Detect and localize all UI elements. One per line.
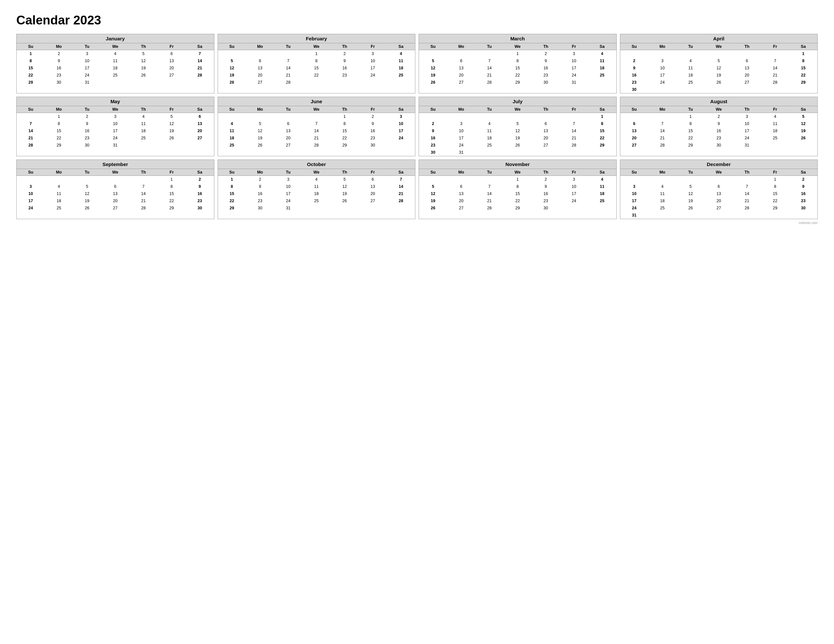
day-cell: 17 [733, 127, 761, 134]
month-january: JanuarySuMoTuWeThFrSa1234567891011121314… [16, 34, 214, 94]
day-cell: 21 [186, 65, 214, 72]
day-cell: 21 [761, 72, 789, 79]
day-cell: 27 [733, 79, 761, 86]
day-header-tu: Tu [274, 169, 303, 176]
day-cell: 1 [218, 176, 246, 183]
day-cell: 22 [331, 134, 359, 142]
day-cell: 19 [789, 127, 818, 134]
day-cell: 2 [73, 113, 101, 120]
day-cell: 11 [588, 57, 616, 65]
day-cell: 23 [73, 134, 101, 142]
day-cell: 13 [532, 127, 560, 134]
day-cell: 12 [705, 65, 733, 72]
day-cell: 28 [761, 79, 789, 86]
day-cell: 5 [246, 120, 274, 127]
day-cell: 18 [387, 65, 415, 72]
empty-cell [218, 113, 246, 120]
day-cell: 6 [705, 183, 733, 190]
day-header-mo: Mo [648, 106, 677, 113]
day-cell: 4 [475, 120, 504, 127]
empty-cell [186, 142, 214, 149]
empty-cell [504, 149, 532, 156]
empty-cell [101, 176, 130, 183]
day-cell: 1 [504, 176, 532, 183]
empty-cell [588, 149, 616, 156]
day-cell: 31 [447, 149, 476, 156]
day-cell: 21 [129, 197, 158, 205]
day-cell: 2 [419, 120, 447, 127]
day-cell: 3 [274, 176, 303, 183]
day-cell: 26 [218, 79, 246, 86]
day-cell: 17 [648, 72, 677, 79]
day-cell: 6 [246, 57, 274, 65]
day-cell: 25 [761, 134, 789, 142]
day-headers: SuMoTuWeThFrSa [620, 43, 818, 50]
day-headers: SuMoTuWeThFrSa [218, 43, 415, 50]
day-header-mo: Mo [246, 43, 274, 50]
day-cell: 15 [302, 65, 331, 72]
empty-cell [648, 86, 677, 93]
day-cell: 22 [302, 72, 331, 79]
day-header-th: Th [331, 43, 359, 50]
day-cell: 5 [73, 183, 101, 190]
day-cell: 31 [620, 211, 649, 219]
empty-cell [733, 211, 761, 219]
day-cell: 2 [532, 176, 560, 183]
day-cell: 12 [419, 65, 447, 72]
day-cell: 19 [73, 197, 101, 205]
day-cell: 27 [101, 205, 130, 211]
days-grid: 1234567891011121314151617181920212223242… [17, 50, 214, 86]
day-cell: 23 [246, 197, 274, 205]
month-header-june: June [218, 97, 415, 106]
day-cell: 30 [73, 142, 101, 149]
day-cell: 8 [218, 183, 246, 190]
day-cell: 22 [761, 197, 789, 205]
day-cell: 20 [705, 197, 733, 205]
day-cell: 9 [45, 57, 73, 65]
month-october: OctoberSuMoTuWeThFrSa1234567891011121314… [218, 160, 416, 219]
day-cell: 7 [733, 183, 761, 190]
day-cell: 28 [733, 205, 761, 211]
day-cell: 17 [560, 190, 588, 197]
day-cell: 16 [419, 134, 447, 142]
day-cell: 10 [560, 57, 588, 65]
day-cell: 23 [620, 79, 649, 86]
day-header-we: We [504, 43, 532, 50]
day-cell: 13 [158, 57, 186, 65]
empty-cell [419, 50, 447, 57]
day-cell: 1 [761, 176, 789, 183]
day-header-tu: Tu [475, 43, 504, 50]
day-cell: 12 [504, 127, 532, 134]
day-cell: 5 [789, 113, 818, 120]
month-march: MarchSuMoTuWeThFrSa123456789101112131415… [419, 34, 617, 94]
day-cell: 9 [73, 120, 101, 127]
day-cell: 18 [588, 65, 616, 72]
day-header-fr: Fr [761, 106, 789, 113]
day-cell: 7 [475, 57, 504, 65]
day-header-tu: Tu [73, 169, 101, 176]
day-cell: 5 [419, 57, 447, 65]
day-header-tu: Tu [677, 169, 705, 176]
day-cell: 9 [359, 120, 387, 127]
empty-cell [158, 142, 186, 149]
empty-cell [677, 211, 705, 219]
day-header-mo: Mo [447, 169, 476, 176]
day-cell: 29 [504, 79, 532, 86]
day-cell: 13 [620, 127, 649, 134]
empty-cell [331, 79, 359, 86]
month-december: DecemberSuMoTuWeThFrSa123456789101112131… [620, 160, 818, 219]
day-cell: 30 [246, 205, 274, 211]
empty-cell [733, 86, 761, 93]
empty-cell [447, 113, 476, 120]
empty-cell [677, 50, 705, 57]
empty-cell [274, 113, 303, 120]
day-cell: 30 [45, 79, 73, 86]
empty-cell [274, 50, 303, 57]
day-cell: 24 [733, 134, 761, 142]
day-cell: 26 [246, 142, 274, 149]
day-cell: 10 [73, 57, 101, 65]
calendar-grid: JanuarySuMoTuWeThFrSa1234567891011121314… [16, 34, 818, 219]
day-cell: 17 [359, 65, 387, 72]
day-cell: 9 [620, 65, 649, 72]
day-cell: 28 [302, 142, 331, 149]
